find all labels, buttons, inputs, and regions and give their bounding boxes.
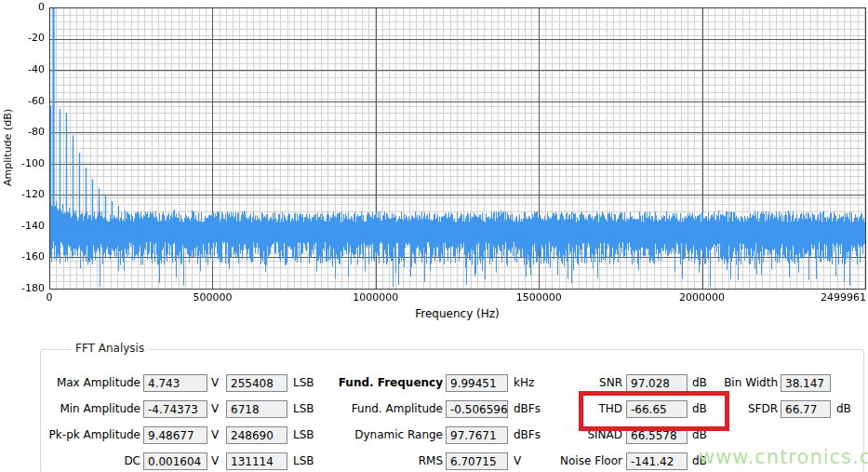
- min-amplitude-label: Min Amplitude: [47, 400, 140, 418]
- sinad-field[interactable]: 66.5578: [626, 426, 688, 444]
- thd-row: THD -66.65 dB: [541, 400, 707, 418]
- pkpk-amplitude-label: Pk-pk Amplitude: [47, 426, 140, 444]
- thd-unit: dB: [692, 400, 707, 418]
- sfdr-unit: dB: [836, 400, 851, 418]
- min-amplitude-lsb-unit: LSB: [293, 400, 314, 418]
- max-amplitude-lsb-unit: LSB: [293, 374, 314, 392]
- bin-width-field[interactable]: 38.147: [781, 374, 831, 392]
- dynamic-range-row: Dynamic Range 97.7671 dBFs: [336, 426, 541, 444]
- max-amplitude-v-unit: V: [211, 374, 222, 392]
- min-amplitude-row: Min Amplitude -4.74373 V 6718 LSB: [47, 400, 314, 418]
- noise-floor-field[interactable]: -141.42: [626, 452, 688, 470]
- pkpk-amplitude-v-field[interactable]: 9.48677: [143, 426, 207, 444]
- bin-width-label: Bin Width: [707, 374, 778, 392]
- fft-chart: Amplitude (dB) Frequency (Hz): [0, 0, 868, 326]
- amplitude-column: Max Amplitude 4.743 V 255408 LSB Min Amp…: [47, 374, 314, 472]
- sfdr-row: SFDR 66.77 dB: [707, 400, 851, 418]
- fund-amplitude-label: Fund. Amplitude: [336, 400, 443, 418]
- thd-label: THD: [541, 400, 622, 418]
- sfdr-field[interactable]: 66.77: [781, 400, 831, 418]
- rms-field[interactable]: 6.70715: [446, 452, 508, 470]
- dc-v-unit: V: [211, 452, 222, 470]
- min-amplitude-v-field[interactable]: -4.74373: [143, 400, 207, 418]
- snr-column: SNR 97.028 dB THD -66.65 dB SINAD 66.557…: [541, 374, 707, 472]
- max-amplitude-v-field[interactable]: 4.743: [143, 374, 207, 392]
- noise-floor-label: Noise Floor: [541, 452, 622, 470]
- rms-unit: V: [514, 452, 521, 470]
- pkpk-amplitude-lsb-field[interactable]: 248690: [226, 426, 287, 444]
- pkpk-amplitude-lsb-unit: LSB: [293, 426, 314, 444]
- pkpk-amplitude-v-unit: V: [211, 426, 222, 444]
- snr-unit: dB: [692, 374, 707, 392]
- x-axis-label: Frequency (Hz): [49, 307, 865, 320]
- sinad-row: SINAD 66.5578 dB: [541, 426, 707, 444]
- dc-lsb-unit: LSB: [293, 452, 314, 470]
- watermark: www.cntronics.com: [699, 446, 868, 468]
- dynamic-range-field[interactable]: 97.7671: [446, 426, 508, 444]
- rms-row: RMS 6.70715 V: [336, 452, 541, 470]
- fund-frequency-field[interactable]: 9.99451: [446, 374, 508, 392]
- max-amplitude-lsb-field[interactable]: 255408: [226, 374, 287, 392]
- dc-lsb-field[interactable]: 131114: [226, 452, 287, 470]
- sinad-unit: dB: [692, 426, 707, 444]
- noise-floor-row: Noise Floor -141.42 dB: [541, 452, 707, 470]
- y-axis-label: Amplitude (dB): [2, 7, 15, 289]
- fft-analysis-title: FFT Analysis: [71, 342, 149, 355]
- dc-label: DC: [47, 452, 140, 470]
- fund-frequency-row: Fund. Frequency 9.99451 kHz: [336, 374, 541, 392]
- fund-amplitude-field[interactable]: -0.506596: [446, 400, 508, 418]
- thd-field[interactable]: -66.65: [626, 400, 688, 418]
- snr-row: SNR 97.028 dB: [541, 374, 707, 392]
- fund-frequency-unit: kHz: [514, 374, 534, 392]
- max-amplitude-label: Max Amplitude: [47, 374, 140, 392]
- max-amplitude-row: Max Amplitude 4.743 V 255408 LSB: [47, 374, 314, 392]
- binwidth-column: Bin Width 38.147 SFDR 66.77 dB: [707, 374, 851, 426]
- dc-row: DC 0.001604 V 131114 LSB: [47, 452, 314, 470]
- sfdr-label: SFDR: [707, 400, 778, 418]
- fundamental-column: Fund. Frequency 9.99451 kHz Fund. Amplit…: [336, 374, 541, 472]
- min-amplitude-lsb-field[interactable]: 6718: [226, 400, 287, 418]
- dynamic-range-label: Dynamic Range: [336, 426, 443, 444]
- snr-field[interactable]: 97.028: [626, 374, 688, 392]
- fft-spectrum-plot: [0, 0, 868, 305]
- rms-label: RMS: [336, 452, 443, 470]
- sinad-label: SINAD: [541, 426, 622, 444]
- dynamic-range-unit: dBFs: [514, 426, 541, 444]
- pkpk-amplitude-row: Pk-pk Amplitude 9.48677 V 248690 LSB: [47, 426, 314, 444]
- bin-width-row: Bin Width 38.147: [707, 374, 851, 392]
- fund-frequency-label: Fund. Frequency: [336, 374, 443, 392]
- snr-label: SNR: [541, 374, 622, 392]
- dc-v-field[interactable]: 0.001604: [143, 452, 207, 470]
- min-amplitude-v-unit: V: [211, 400, 222, 418]
- fund-amplitude-row: Fund. Amplitude -0.506596 dBFs: [336, 400, 541, 418]
- fund-amplitude-unit: dBFs: [514, 400, 541, 418]
